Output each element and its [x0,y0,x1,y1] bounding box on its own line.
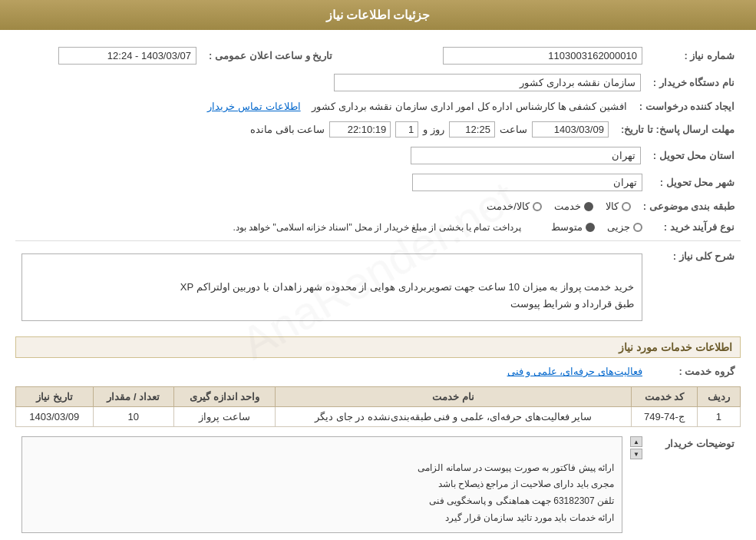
request-number-label: شماره نیاز : [649,44,741,68]
purchase-type-radio-group: جزیی متوسط پرداخت تمام یا بخشی از مبلغ خ… [21,221,642,233]
scroll-down-btn[interactable]: ▼ [630,449,642,459]
service-group-value[interactable]: فعالیت‌های حرفه‌ای، علمی و فنی [507,366,642,377]
date-label: تاریخ و ساعت اعلان عمومی : [203,44,338,68]
radio-motevaset [586,223,595,232]
service-group-label: گروه خدمت : [649,363,741,380]
category-option-kala: کالا [606,200,631,212]
description-label: شرح کلی نیاز : [649,246,741,329]
creator-link[interactable]: اطلاعات تماس خریدار [207,101,300,112]
notes-value: ارائه پیش فاکتور به صورت پیوست در سامانه… [21,436,622,533]
cell-code: ج-74-749 [632,407,698,427]
cell-date: 1403/03/09 [16,407,94,427]
cell-qty: 10 [93,407,173,427]
response-remaining: 22:10:19 [329,121,391,137]
category-option-kala-khedmat: کالا/خدمت [487,200,542,212]
response-days: 1 [395,121,418,137]
cell-name: سایر فعالیت‌های حرفه‌ای، علمی و فنی طبقه… [276,407,632,427]
date-value: 1403/03/07 - 12:24 [58,47,196,65]
col-header-code: کد خدمت [632,387,698,407]
category-option-khedmat: خدمت [554,200,593,212]
remaining-label: ساعت باقی مانده [250,124,325,135]
request-number-value: 1103003162000010 [443,47,642,65]
org-name-label: نام دستگاه خریدار : [647,71,741,94]
radio-jozi [633,223,642,232]
days-label: روز و [423,124,444,135]
response-deadline-label: مهلت ارسال پاسخ: تا تاریخ: [615,118,741,141]
province-label: استان محل تحویل : [647,144,741,167]
response-date: 1403/03/09 [532,121,609,137]
radio-kala [622,202,631,211]
scrollbar-controls[interactable]: ▲ ▼ [630,436,642,533]
col-header-row: ردیف [697,387,740,407]
radio-khedmat [584,202,593,211]
category-label: طبقه بندی موضوعی : [637,197,741,215]
page-title: جزئیات اطلاعات نیاز [326,8,431,22]
col-header-name: نام خدمت [276,387,632,407]
cell-unit: ساعت پرواز [173,407,276,427]
radio-kala-khedmat [533,202,542,211]
col-header-qty: تعداد / مقدار [93,387,173,407]
notes-section: ▲ ▼ ارائه پیش فاکتور به صورت پیوست در سا… [21,436,642,533]
purchase-note: پرداخت تمام یا بخشی از مبلغ خریدار از مح… [233,222,521,233]
description-value: خرید خدمت پرواز به میزان 10 ساعت جهت تصو… [21,253,642,321]
purchase-type-label: نوع فرآیند خرید : [649,218,741,236]
category-radio-group: کالا خدمت کالا/خدمت [21,200,631,212]
scroll-up-btn[interactable]: ▲ [630,436,642,447]
purchase-type-motevaset: متوسط [551,221,595,233]
creator-value: افشین کشفی ها کارشناس اداره کل امور ادار… [312,101,627,112]
creator-label: ایجاد کننده درخواست : [633,98,741,115]
city-label: شهر محل تحویل : [649,171,741,194]
time-label: ساعت [500,124,527,135]
purchase-type-jozi: جزیی [607,221,642,233]
services-table: ردیف کد خدمت نام خدمت واحد اندازه گیری ت… [15,386,741,427]
notes-label: توضیحات خریدار [649,433,741,536]
city-value: تهران [412,174,642,191]
col-header-unit: واحد اندازه گیری [173,387,276,407]
page-header: جزئیات اطلاعات نیاز [0,0,756,30]
table-row: 1ج-74-749سایر فعالیت‌های حرفه‌ای، علمی و… [16,407,741,427]
cell-row: 1 [697,407,740,427]
services-section-title: اطلاعات خدمات مورد نیاز [15,336,741,358]
col-header-date: تاریخ نیاز [16,387,94,407]
org-name-value: سازمان نقشه برداری کشور [334,74,641,91]
response-time: 12:25 [449,121,495,137]
province-value: تهران [411,147,641,164]
